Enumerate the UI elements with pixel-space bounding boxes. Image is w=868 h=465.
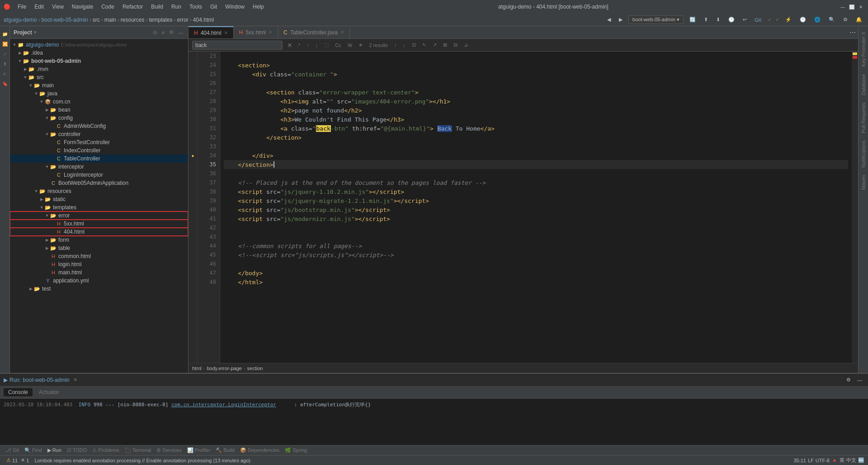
tree-item-bean[interactable]: ▶ 📂 bean	[10, 106, 188, 114]
tool-btn-run[interactable]: ▶ Run	[46, 447, 63, 454]
right-icon-keypromoter[interactable]: Key Promoter X	[860, 30, 867, 69]
tab-5xx[interactable]: H 5xx.html ✕	[234, 26, 278, 38]
menu-view[interactable]: View	[48, 3, 67, 11]
bc-project[interactable]: atguigu-demo	[4, 17, 37, 23]
search-wrap-btn[interactable]: ⬚	[322, 41, 330, 49]
tree-item-interceptor[interactable]: ▼ 📂 interceptor	[10, 163, 188, 171]
tab-more-btn[interactable]: ⋯	[847, 26, 858, 38]
git-fetch-btn[interactable]: ⚡	[783, 15, 794, 24]
tree-item-appyml[interactable]: ▶ Y application.yml	[10, 277, 188, 285]
left-icon-bookmarks[interactable]: 🔖	[1, 80, 9, 88]
search-input[interactable]	[192, 41, 283, 50]
tree-item-atguigu-demo[interactable]: ▼ 📁 atguigu-demo E:\idea-workspace\atgui…	[10, 41, 188, 49]
menu-window[interactable]: Window	[222, 3, 248, 11]
menu-edit[interactable]: Edit	[31, 3, 47, 11]
tree-item-form[interactable]: ▶ 📂 form	[10, 236, 188, 244]
menu-file[interactable]: File	[14, 3, 30, 11]
tree-item-static[interactable]: ▶ 📂 static	[10, 195, 188, 203]
search-asterisk-btn[interactable]: ∗	[357, 41, 364, 49]
settings-btn[interactable]: ⚙	[841, 15, 850, 24]
tree-item-config[interactable]: ▼ 📂 config	[10, 114, 188, 122]
notifications-btn[interactable]: 🔔	[854, 15, 864, 24]
search-filter-btn[interactable]: ⊿	[462, 41, 470, 49]
left-icon-commit[interactable]: ✓	[1, 50, 9, 58]
search-down2-btn[interactable]: ↓	[401, 42, 407, 49]
tree-item-logininterceptor[interactable]: ▶ C LoginInterceptor	[10, 171, 188, 179]
search-expand-btn[interactable]: ⊟	[452, 41, 459, 49]
run-close-btn[interactable]: ✕	[73, 377, 77, 383]
code-editor[interactable]: ● 23 24 25 26	[189, 52, 858, 363]
search-multiline-btn[interactable]: ⊡	[410, 41, 418, 49]
panel-settings-btn[interactable]: ⚙	[168, 29, 175, 36]
tree-item-formtest[interactable]: ▶ C FormTestController	[10, 138, 188, 146]
tree-item-404[interactable]: ▶ H 404.html	[10, 228, 188, 236]
left-icon-vcs[interactable]: 🔀	[1, 40, 9, 48]
tree-item-login[interactable]: ▶ H login.html	[10, 260, 188, 268]
update-btn[interactable]: ⬆	[702, 15, 710, 24]
maximize-button[interactable]: ⬜	[848, 3, 855, 10]
search-next2-btn[interactable]: ↗	[431, 41, 439, 49]
left-icon-structure[interactable]: ≡	[1, 70, 9, 78]
menu-run[interactable]: Run	[168, 3, 185, 11]
push-btn[interactable]: ⬇	[714, 15, 722, 24]
tree-item-mvn[interactable]: ▶ 📂 .mvn	[10, 65, 188, 73]
status-message[interactable]: Lombok requires enabled annotation proce…	[32, 458, 253, 463]
tool-btn-build[interactable]: 🔨 Build	[214, 447, 236, 454]
search-column-btn[interactable]: ⊞	[441, 41, 449, 49]
minimize-button[interactable]: —	[839, 3, 846, 10]
left-icon-project[interactable]: 📁	[1, 30, 9, 38]
bc-main[interactable]: main	[104, 17, 116, 23]
rollback-btn[interactable]: ↩	[741, 15, 749, 24]
menu-navigate[interactable]: Navigate	[68, 3, 97, 11]
bc-error[interactable]: error	[177, 17, 189, 23]
tree-item-src[interactable]: ▼ 📂 src	[10, 73, 188, 81]
bottom-tab-console[interactable]: Console	[4, 388, 33, 396]
panel-locate-btn[interactable]: ◎	[151, 29, 159, 36]
search-regex-btn[interactable]: .*	[295, 42, 302, 49]
vcs-fwd-btn[interactable]: ▶	[617, 15, 625, 24]
menu-code[interactable]: Code	[98, 3, 118, 11]
right-icon-pullrequests[interactable]: Pull Requests	[860, 101, 867, 135]
search-prev2-btn[interactable]: ↖	[420, 41, 428, 49]
tab-close-5xx[interactable]: ✕	[269, 30, 272, 35]
bottom-tab-actuator[interactable]: Actuator	[34, 388, 64, 396]
tree-item-comcn[interactable]: ▼ 📦 com.cn	[10, 98, 188, 106]
tab-close-tablecontroller[interactable]: ✕	[340, 30, 344, 35]
panel-hide-btn[interactable]: —	[177, 29, 184, 36]
tool-btn-find[interactable]: 🔍 Find	[23, 447, 43, 454]
tab-404[interactable]: H 404.html ✕	[189, 26, 234, 38]
right-icon-maven[interactable]: Maven	[860, 173, 867, 192]
tool-btn-git[interactable]: ⎇ Git	[4, 447, 21, 454]
tree-item-boot-web[interactable]: ▼ 📂 boot-web-05-admin	[10, 57, 188, 65]
run-minimize-btn[interactable]: —	[855, 376, 864, 384]
close-button[interactable]: ✕	[857, 3, 864, 10]
refresh-btn[interactable]: 🔄	[687, 15, 698, 24]
console-class-link[interactable]: com.cn.interceptor.LoginInterceptor	[171, 402, 276, 408]
tool-btn-todo[interactable]: ☑ TODO	[65, 447, 89, 454]
search-word-btn[interactable]: W	[346, 42, 354, 49]
menu-tools[interactable]: Tools	[186, 3, 206, 11]
right-icon-notifications[interactable]: Notifications	[860, 139, 867, 169]
tool-btn-terminal[interactable]: ⬛ Terminal	[123, 447, 153, 454]
bc-file[interactable]: 404.html	[193, 17, 214, 23]
tool-btn-services[interactable]: ⚙ Services	[155, 447, 183, 454]
git-clock-btn[interactable]: 🕐	[797, 15, 808, 24]
git-translate-btn[interactable]: 🌐	[812, 15, 823, 24]
search-prev-btn[interactable]: ↑	[305, 42, 311, 49]
tree-item-controller[interactable]: ▼ 📂 controller	[10, 130, 188, 138]
tool-btn-problems[interactable]: ⚠ Problems	[90, 447, 121, 454]
tree-item-mainhtml[interactable]: ▶ H main.html	[10, 268, 188, 277]
tree-item-common[interactable]: ▶ H common.html	[10, 252, 188, 260]
tool-btn-profiler[interactable]: 📊 Profiler	[185, 447, 212, 454]
menu-refactor[interactable]: Refactor	[119, 3, 146, 11]
bc-module[interactable]: boot-web-05-admin	[41, 17, 88, 23]
code-content[interactable]: <section> <div class="container "> <sect…	[220, 52, 852, 363]
tree-item-adminwebconfig[interactable]: ▶ C AdminWebConfig	[10, 122, 188, 130]
search-next-btn[interactable]: ↓	[314, 42, 320, 49]
search-case-btn[interactable]: Cc	[333, 42, 343, 49]
tree-item-resources[interactable]: ▼ 📂 resources	[10, 187, 188, 195]
tree-item-templates[interactable]: ▼ 📂 templates	[10, 203, 188, 211]
tab-tablecontroller[interactable]: C TableController.java ✕	[278, 26, 350, 38]
right-icon-database[interactable]: Database	[860, 72, 867, 97]
bc-templates[interactable]: templates	[149, 17, 172, 23]
